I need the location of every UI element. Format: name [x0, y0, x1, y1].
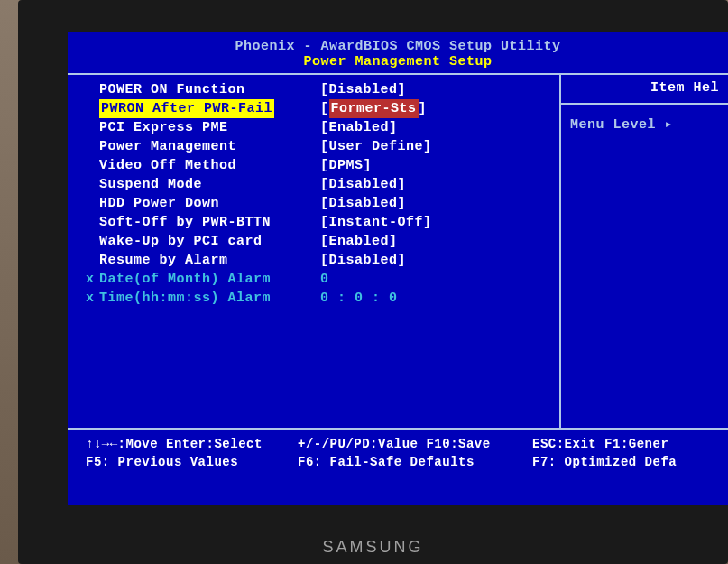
setting-hdd-power-down[interactable]: HDD Power Down [Disabled] [77, 194, 550, 213]
setting-soft-off-by-pwr-bttn[interactable]: Soft-Off by PWR-BTTN [Instant-Off] [77, 213, 550, 232]
setting-value: [Disabled] [320, 194, 550, 213]
hint-value-save: +/-/PU/PD:Value F10:Save [298, 435, 523, 453]
setting-value: [Enabled] [320, 118, 550, 137]
chevron-right-icon: ▸ [665, 117, 674, 133]
hint-previous-values: F5: Previous Values [86, 453, 298, 471]
setting-value: [Former-Sts] [320, 99, 550, 118]
setting-label: POWER ON Function [77, 80, 320, 99]
footer-keyhints: ↑↓→←:Move Enter:Select +/-/PU/PD:Value F… [68, 430, 728, 476]
setting-time-alarm: x Time(hh:mm:ss) Alarm 0 : 0 : 0 [77, 289, 550, 308]
setting-value: [Enabled] [320, 232, 550, 251]
footer-row-2: F5: Previous Values F6: Fail-Safe Defaul… [86, 453, 710, 471]
setting-pwron-after-pwr-fail[interactable]: PWRON After PWR-Fail [Former-Sts] [77, 99, 550, 118]
footer-row-1: ↑↓→←:Move Enter:Select +/-/PU/PD:Value F… [86, 435, 710, 453]
monitor-brand-logo: SAMSUNG [322, 538, 423, 557]
setting-value: [DPMS] [320, 156, 550, 175]
setting-value: [User Define] [320, 137, 550, 156]
setting-label: Soft-Off by PWR-BTTN [77, 213, 320, 232]
setting-video-off-method[interactable]: Video Off Method [DPMS] [77, 156, 550, 175]
setting-value: 0 [320, 270, 550, 289]
setting-suspend-mode[interactable]: Suspend Mode [Disabled] [77, 175, 550, 194]
setting-value: [Disabled] [320, 80, 550, 99]
setting-power-on-function[interactable]: POWER ON Function [Disabled] [77, 80, 550, 99]
bios-screen: Phoenix - AwardBIOS CMOS Setup Utility P… [68, 32, 728, 505]
disabled-marker-icon: x [86, 270, 95, 289]
main-area: POWER ON Function [Disabled] PWRON After… [68, 73, 728, 430]
bios-title-main: Phoenix - AwardBIOS CMOS Setup Utility [68, 39, 728, 54]
setting-label: HDD Power Down [77, 194, 320, 213]
hint-move-select: ↑↓→←:Move Enter:Select [86, 435, 298, 453]
menu-level-row: Menu Level ▸ [570, 116, 719, 133]
setting-date-alarm: x Date(of Month) Alarm 0 [77, 270, 550, 289]
setting-label: Power Management [77, 137, 320, 156]
hint-optimized-defaults: F7: Optimized Defa [523, 453, 710, 471]
setting-resume-by-alarm[interactable]: Resume by Alarm [Disabled] [77, 251, 550, 270]
setting-power-management[interactable]: Power Management [User Define] [77, 137, 550, 156]
bios-title-sub: Power Management Setup [68, 54, 728, 69]
bios-header: Phoenix - AwardBIOS CMOS Setup Utility P… [68, 32, 728, 73]
hint-exit-general: ESC:Exit F1:Gener [523, 435, 710, 453]
setting-label: Suspend Mode [77, 175, 320, 194]
settings-panel: POWER ON Function [Disabled] PWRON After… [68, 75, 561, 428]
hint-failsafe-defaults: F6: Fail-Safe Defaults [298, 453, 523, 471]
disabled-marker-icon: x [86, 289, 95, 308]
monitor-frame: Phoenix - AwardBIOS CMOS Setup Utility P… [18, 0, 728, 564]
setting-label: Wake-Up by PCI card [77, 232, 320, 251]
setting-wake-up-by-pci-card[interactable]: Wake-Up by PCI card [Enabled] [77, 232, 550, 251]
setting-label: Date(of Month) Alarm [77, 270, 320, 289]
setting-label: Resume by Alarm [77, 251, 320, 270]
item-help-header: Item Hel [570, 80, 719, 96]
setting-value: [Disabled] [320, 251, 550, 270]
setting-label: Video Off Method [77, 156, 320, 175]
setting-value: [Instant-Off] [320, 213, 550, 232]
setting-value: 0 : 0 : 0 [320, 289, 550, 308]
setting-value: [Disabled] [320, 175, 550, 194]
menu-level-label: Menu Level [570, 117, 656, 133]
setting-label: PWRON After PWR-Fail [77, 99, 320, 118]
panel-divider [561, 103, 728, 105]
setting-label: PCI Express PME [77, 118, 320, 137]
setting-label: Time(hh:mm:ss) Alarm [77, 289, 320, 308]
help-panel: Item Hel Menu Level ▸ [561, 75, 728, 428]
setting-pci-express-pme[interactable]: PCI Express PME [Enabled] [77, 118, 550, 137]
